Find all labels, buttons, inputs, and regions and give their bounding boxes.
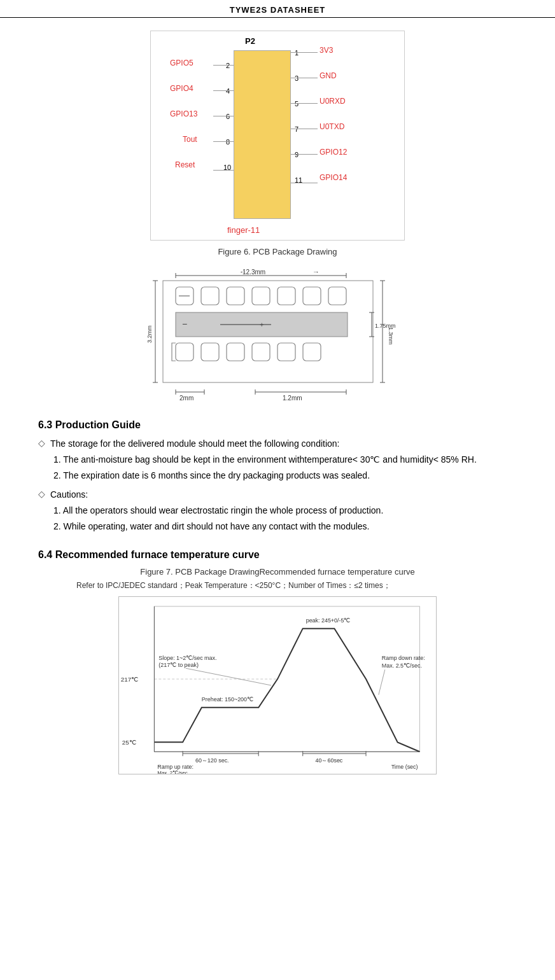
pin-line-left-2 [213, 90, 234, 91]
item1-2: 2. The expiration date is 6 months since… [53, 468, 517, 482]
svg-rect-2 [201, 287, 219, 305]
label-gnd: GND [320, 71, 337, 80]
section64-title: 6.4 Recommended furnace temperature curv… [38, 549, 517, 561]
bullet2: ◇ Cautions: [38, 488, 517, 501]
svg-rect-13 [176, 343, 193, 361]
svg-text:−: − [182, 319, 187, 329]
finger-label: finger-11 [227, 225, 260, 235]
furnace-chart-wrapper: 217℃ 25℃ Slope: 1~2℃/sec max. (217℃ to p… [38, 594, 517, 774]
svg-text:2mm: 2mm [179, 395, 193, 402]
figure6-container: P2 2 4 6 8 10 1 3 5 7 9 11 GPIO5 GPIO4 G… [38, 31, 517, 256]
pin-num-7: 7 [295, 125, 299, 133]
svg-text:peak: 245+0/-5℃: peak: 245+0/-5℃ [306, 617, 351, 623]
label-gpio5: GPIO5 [170, 59, 193, 67]
label-gpio4: GPIO4 [170, 84, 193, 93]
diamond-icon-1: ◇ [38, 438, 45, 448]
svg-text:Time (sec): Time (sec) [391, 764, 418, 770]
pin-line-left-1 [213, 65, 234, 66]
page-title: TYWE2S DATASHEET [230, 5, 326, 15]
pin-num-8: 8 [226, 138, 230, 146]
pin-num-6: 6 [226, 113, 230, 120]
svg-text:Slope: 1~2℃/sec max.: Slope: 1~2℃/sec max. [158, 655, 216, 661]
svg-text:+: + [260, 321, 263, 328]
pin-num-3: 3 [295, 74, 299, 82]
label-gpio13: GPIO13 [170, 109, 197, 118]
pin-line-right-6 [291, 183, 318, 183]
pin-line-right-1 [291, 52, 318, 53]
dims-svg: + − ← 12.3mm → 3.2mm [144, 268, 411, 408]
label-u0rxd: U0RXD [320, 97, 346, 106]
svg-text:1.3mm: 1.3mm [388, 327, 394, 345]
svg-text:40～60sec: 40～60sec [316, 757, 343, 764]
svg-rect-15 [227, 343, 244, 361]
pin-num-5: 5 [295, 100, 299, 108]
svg-text:3.2mm: 3.2mm [146, 325, 153, 343]
ipc-note: Refer to IPC/JEDEC standard；Peak Tempera… [76, 580, 517, 591]
pin-line-left-5 [213, 170, 234, 171]
figure7-caption: Figure 7. PCB Package DrawingRecommended… [38, 567, 517, 577]
svg-rect-3 [227, 287, 244, 305]
pin-num-4: 4 [226, 87, 230, 95]
label-u0txd: U0TXD [320, 122, 344, 131]
p2-label: P2 [245, 36, 255, 46]
svg-text:(217℃ to peak): (217℃ to peak) [158, 662, 199, 668]
svg-rect-5 [278, 287, 295, 305]
pin-num-2: 2 [226, 62, 230, 69]
pcb-chip [234, 50, 291, 219]
label-gpio14: GPIO14 [320, 173, 347, 182]
page-header: TYWE2S DATASHEET [0, 0, 555, 18]
svg-text:25℃: 25℃ [122, 739, 136, 746]
svg-text:Ramp up rate:: Ramp up rate: [157, 764, 193, 770]
label-tout: Tout [183, 135, 197, 144]
svg-text:Max. 2℃/sec.: Max. 2℃/sec. [157, 770, 189, 774]
svg-text:217℃: 217℃ [121, 676, 139, 683]
pin-line-left-3 [213, 116, 234, 116]
bullet2-label: Cautions: [50, 488, 88, 501]
pin-line-left-4 [213, 141, 234, 142]
pcb-diagram: P2 2 4 6 8 10 1 3 5 7 9 11 GPIO5 GPIO4 G… [150, 31, 405, 241]
bullet1-text: The storage for the delivered module sho… [50, 437, 340, 451]
section63-title: 6.3 Production Guide [38, 419, 517, 431]
label-reset: Reset [175, 160, 195, 169]
item2-2: 2. While operating, water and dirt shoul… [53, 519, 517, 533]
svg-text:60～120 sec.: 60～120 sec. [195, 757, 229, 764]
svg-rect-7 [328, 287, 346, 305]
item1-1: 1. The anti-moisture bag should be kept … [53, 452, 517, 466]
figure6-caption: Figure 6. PCB Package Drawing [218, 247, 337, 256]
svg-text:Ramp down rate:: Ramp down rate: [382, 655, 425, 661]
svg-text:12.3mm: 12.3mm [242, 269, 265, 276]
svg-text:1.2mm: 1.2mm [283, 395, 302, 402]
label-gpio12: GPIO12 [320, 148, 347, 157]
diamond-icon-2: ◇ [38, 489, 45, 499]
svg-rect-46 [154, 606, 419, 751]
pin-line-right-5 [291, 154, 318, 155]
svg-text:Max. 2.5℃/sec.: Max. 2.5℃/sec. [382, 662, 422, 669]
pin-num-9: 9 [295, 151, 299, 158]
pin-line-right-3 [291, 103, 318, 104]
svg-text:→: → [313, 268, 320, 276]
item2-1: 1. All the operators should wear electro… [53, 503, 517, 517]
svg-text:Preheat: 150~200℃: Preheat: 150~200℃ [202, 696, 253, 702]
furnace-chart: 217℃ 25℃ Slope: 1~2℃/sec max. (217℃ to p… [118, 596, 437, 774]
svg-rect-17 [278, 343, 295, 361]
svg-rect-6 [303, 287, 321, 305]
label-3v3: 3V3 [320, 46, 333, 55]
svg-rect-4 [252, 287, 270, 305]
svg-rect-16 [252, 343, 270, 361]
pin-line-right-2 [291, 78, 318, 78]
svg-text:1.75mm: 1.75mm [375, 323, 396, 329]
pin-line-right-4 [291, 129, 318, 129]
bullet1: ◇ The storage for the delivered module s… [38, 437, 517, 451]
svg-rect-18 [303, 343, 321, 361]
pin-num-1: 1 [295, 49, 299, 57]
svg-rect-14 [201, 343, 219, 361]
furnace-chart-svg: 217℃ 25℃ Slope: 1~2℃/sec max. (217℃ to p… [119, 597, 436, 774]
dims-container: + − ← 12.3mm → 3.2mm [38, 268, 517, 408]
